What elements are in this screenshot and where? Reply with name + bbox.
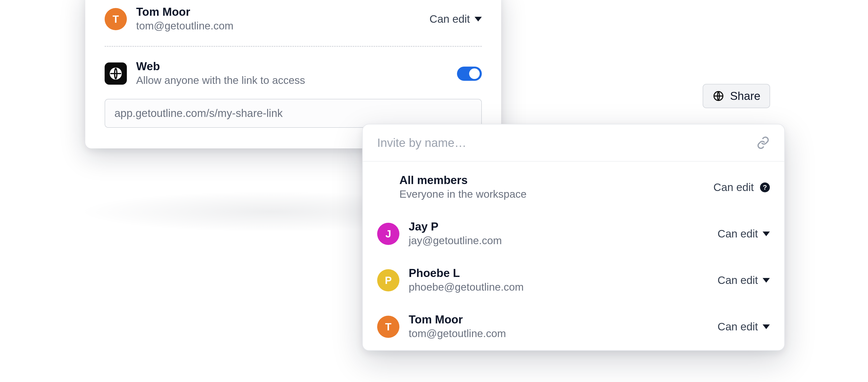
web-texts: Web Allow anyone with the link to access — [136, 60, 448, 88]
member-email: phoebe@getoutline.com — [409, 280, 708, 294]
member-row[interactable]: T Tom Moor tom@getoutline.com Can edit — [377, 304, 770, 350]
web-title: Web — [136, 60, 448, 73]
avatar: T — [377, 316, 399, 338]
permission-label: Can edit — [718, 320, 758, 333]
chevron-down-icon — [474, 17, 482, 22]
help-icon[interactable]: ? — [760, 182, 770, 192]
members-icon — [377, 180, 390, 194]
chevron-down-icon — [763, 232, 770, 236]
member-email: tom@getoutline.com — [409, 326, 708, 341]
web-share-toggle[interactable] — [457, 67, 482, 81]
share-member-row: T Tom Moor tom@getoutline.com Can edit — [104, 5, 482, 33]
share-button-label: Share — [730, 90, 760, 102]
permission-dropdown[interactable]: Can edit — [430, 13, 482, 25]
globe-icon — [104, 63, 127, 85]
member-name: Tom Moor — [136, 5, 420, 19]
permission-dropdown[interactable]: Can edit — [718, 320, 770, 333]
member-name: All members — [399, 173, 704, 187]
chevron-down-icon — [763, 324, 770, 329]
link-icon[interactable] — [756, 136, 770, 149]
permission-label: Can edit — [430, 13, 470, 25]
member-texts: All members Everyone in the workspace — [399, 173, 704, 201]
web-share-row: Web Allow anyone with the link to access — [104, 60, 482, 88]
member-sub: Everyone in the workspace — [399, 187, 704, 201]
member-name: Tom Moor — [409, 313, 708, 326]
member-name: Jay P — [409, 220, 708, 234]
globe-icon — [712, 90, 724, 102]
member-row[interactable]: P Phoebe L phoebe@getoutline.com Can edi… — [377, 257, 770, 304]
web-subtitle: Allow anyone with the link to access — [136, 73, 448, 88]
member-row[interactable]: J Jay P jay@getoutline.com Can edit — [377, 211, 770, 257]
member-texts: Tom Moor tom@getoutline.com — [409, 313, 708, 341]
invite-search-row — [363, 125, 784, 162]
avatar: T — [104, 8, 127, 30]
member-email: tom@getoutline.com — [136, 19, 420, 33]
share-button[interactable]: Share — [703, 84, 770, 108]
permission-label: Can edit — [714, 181, 754, 194]
invite-popover: All members Everyone in the workspace Ca… — [362, 124, 785, 351]
toggle-knob — [469, 68, 480, 79]
avatar: P — [377, 269, 399, 291]
avatar: J — [377, 223, 399, 245]
share-url-field[interactable]: app.getoutline.com/s/my-share-link — [104, 99, 482, 128]
members-list: All members Everyone in the workspace Ca… — [363, 162, 784, 350]
member-name: Phoebe L — [409, 266, 708, 280]
permission-dropdown[interactable]: Can edit — [718, 274, 770, 286]
permission-label: Can edit — [718, 274, 758, 286]
permission-label: Can edit — [718, 228, 758, 240]
divider — [104, 46, 482, 47]
member-texts: Jay P jay@getoutline.com — [409, 220, 708, 248]
invite-search-input[interactable] — [377, 136, 750, 150]
member-texts: Tom Moor tom@getoutline.com — [136, 5, 420, 33]
permission-display[interactable]: Can edit ? — [714, 181, 770, 194]
member-row-all[interactable]: All members Everyone in the workspace Ca… — [377, 173, 770, 211]
permission-dropdown[interactable]: Can edit — [718, 228, 770, 240]
chevron-down-icon — [763, 278, 770, 283]
member-email: jay@getoutline.com — [409, 234, 708, 248]
member-texts: Phoebe L phoebe@getoutline.com — [409, 266, 708, 294]
